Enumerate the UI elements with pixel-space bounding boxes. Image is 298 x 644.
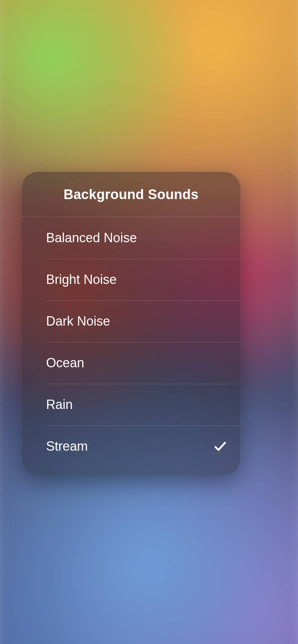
sound-option-label: Dark Noise [46,314,110,329]
sound-list: Balanced NoiseBright NoiseDark NoiseOcea… [22,217,240,476]
sound-option[interactable]: Balanced Noise [22,217,240,259]
sound-option-label: Rain [46,397,73,412]
background-sounds-panel: Background Sounds Balanced NoiseBright N… [22,172,240,476]
checkmark-icon [213,439,227,454]
sound-option-label: Stream [46,439,88,454]
sound-option[interactable]: Rain [22,384,240,426]
sound-option-label: Bright Noise [46,272,117,287]
sound-option[interactable]: Dark Noise [22,300,240,342]
sound-option[interactable]: Ocean [22,342,240,384]
panel-title: Background Sounds [22,172,240,217]
sound-option[interactable]: Stream [22,426,240,467]
sound-option-label: Ocean [46,355,84,371]
sound-option-label: Balanced Noise [46,230,137,245]
sound-option[interactable]: Bright Noise [22,259,240,300]
